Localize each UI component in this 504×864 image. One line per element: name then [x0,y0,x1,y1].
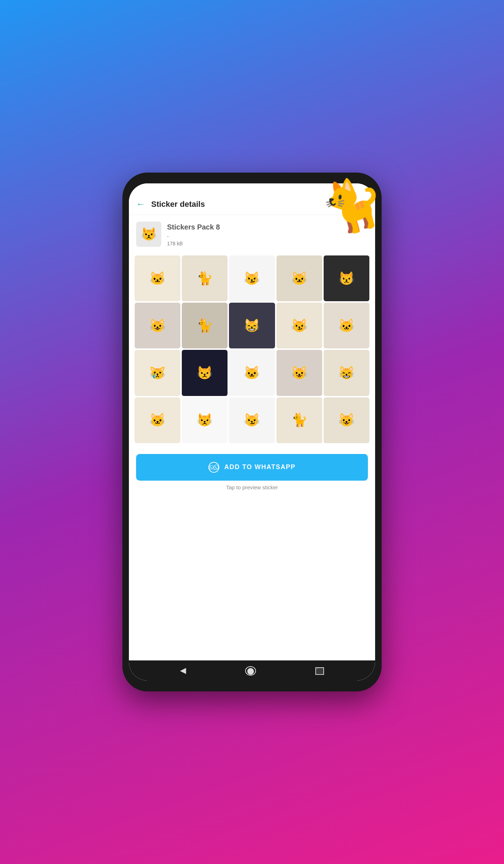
sticker-item[interactable]: 🐈 [182,303,228,348]
nav-recents-button[interactable] [315,666,324,675]
sticker-item[interactable]: 🐈 [276,397,322,443]
pack-size: 178 kB [167,241,220,246]
sticker-item[interactable]: 😾 [324,255,369,301]
flying-cat-decoration: 🐈 [285,145,420,265]
sticker-item[interactable]: 😺 [324,397,369,443]
pack-author: - [167,233,220,239]
pack-details: Stickers Pack 8 - 178 kB [167,222,220,246]
phone-screen: ← Sticker details 😾 Stickers Pack 8 - 17… [129,183,375,681]
whatsapp-icon [208,462,219,473]
sticker-item[interactable]: 😼 [229,255,275,301]
sticker-item[interactable]: 😸 [229,303,275,348]
sticker-item[interactable]: 😾 [182,397,228,443]
sticker-item[interactable]: 😺 [135,303,180,348]
nav-home-button[interactable] [245,666,256,675]
back-button[interactable]: ← [136,199,145,210]
preview-hint: Tap to preview sticker [136,481,368,494]
sticker-item[interactable]: 🐱 [135,255,180,301]
sticker-item[interactable]: 😺 [276,350,322,396]
sticker-item[interactable]: 🐈 [182,255,228,301]
sticker-item[interactable]: 🐱 [229,350,275,396]
sticker-grid: 🐱 🐈 😼 🐱 😾 😺 🐈 😸 😼 🐱 😿 😾 🐱 😺 😸 🐱 [129,252,375,447]
sticker-item[interactable]: 🐱 [324,303,369,348]
sticker-item[interactable]: 😼 [276,303,322,348]
page-title: Sticker details [151,200,205,209]
sticker-item[interactable]: 😸 [324,350,369,396]
sticker-item[interactable]: 😼 [229,397,275,443]
sticker-item[interactable]: 😿 [135,350,180,396]
add-button-label: ADD TO WHATSAPP [224,463,296,471]
sticker-item[interactable]: 🐱 [135,397,180,443]
add-to-whatsapp-button[interactable]: ADD TO WHATSAPP [136,454,368,481]
nav-back-button[interactable] [180,666,186,675]
pack-thumbnail: 😾 [136,222,161,247]
phone-container: 🐈 ← Sticker details 😾 Stickers Pack 8 - … [122,173,382,691]
sticker-item[interactable]: 😾 [182,350,228,396]
nav-bar [129,660,375,681]
add-button-section: ADD TO WHATSAPP Tap to preview sticker [129,447,375,498]
pack-name: Stickers Pack 8 [167,223,220,231]
